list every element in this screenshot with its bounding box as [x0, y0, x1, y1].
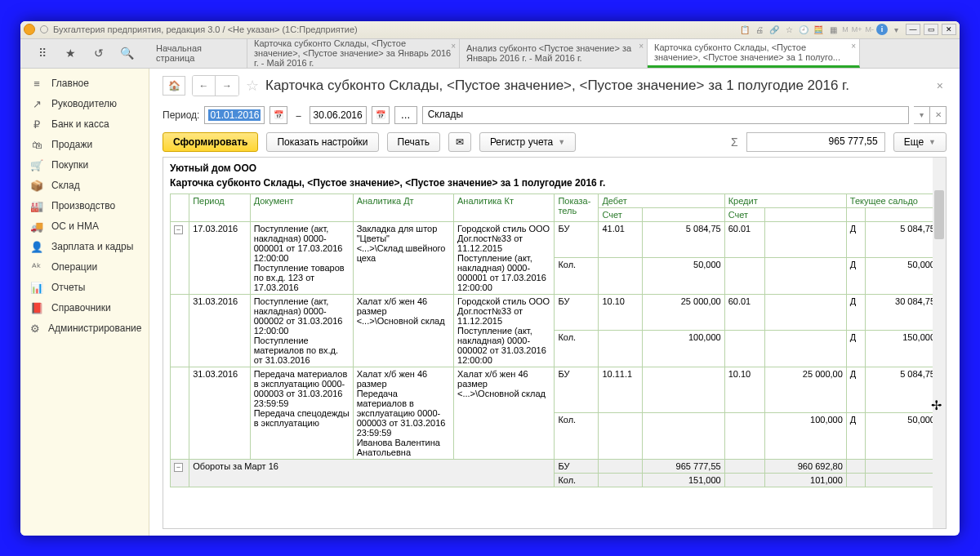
tb-link-icon[interactable]: 🔗 — [768, 23, 781, 36]
sidebar-label: ОС и НМА — [51, 220, 99, 232]
email-button[interactable]: ✉ — [448, 132, 471, 152]
col-period: Период — [189, 193, 251, 221]
col-an-kt: Аналитика Кт — [454, 193, 555, 221]
sidebar-item-10[interactable]: 📊Отчеты — [20, 278, 149, 298]
sidebar-icon: ₽ — [30, 118, 43, 131]
totals-row[interactable]: −Обороты за Март 16БУ965 777,55960 692,8… — [171, 459, 939, 473]
print-button[interactable]: Печать — [387, 132, 440, 152]
tab-start[interactable]: Начальная страница — [149, 39, 247, 68]
history-icon[interactable]: ↺ — [91, 45, 107, 61]
tab-card1[interactable]: Карточка субконто Склады, <Пустое значен… — [247, 39, 460, 68]
collapse-icon[interactable]: − — [174, 225, 183, 234]
col-pokaz: Показа- тель — [555, 193, 599, 221]
tab-card2[interactable]: Карточка субконто Склады, <Пустое значен… — [648, 39, 860, 68]
scroll-thumb[interactable] — [934, 190, 944, 239]
apps-icon[interactable]: ⠿ — [34, 45, 51, 61]
maximize-button[interactable]: ▭ — [924, 24, 938, 35]
subkonto-clear-button[interactable]: ✕ — [930, 106, 947, 124]
more-button[interactable]: Еще▼ — [893, 132, 947, 152]
sidebar-item-7[interactable]: 🚚ОС и НМА — [20, 216, 149, 237]
table-row[interactable]: −17.03.2016Поступление (акт, накладная) … — [171, 221, 939, 258]
sidebar-label: Администрирование — [48, 322, 141, 334]
tb-clock-icon[interactable]: 🕘 — [797, 23, 810, 36]
subkonto-select-button[interactable]: ▾ — [914, 106, 930, 124]
back-button[interactable]: ← — [193, 76, 216, 96]
report-table: Период Документ Аналитика Дт Аналитика К… — [170, 193, 939, 487]
sidebar-icon: 🏭 — [30, 200, 43, 212]
period-picker-button[interactable]: ... — [394, 106, 417, 124]
forward-button[interactable]: → — [216, 76, 238, 96]
sidebar-item-11[interactable]: 📕Справочники — [20, 298, 149, 318]
col-credit: Кредит — [724, 193, 846, 207]
report-title: Карточка субконто Склады, <Пустое значен… — [170, 176, 939, 193]
sidebar-label: Банк и касса — [51, 118, 109, 130]
minimize-button[interactable]: — — [906, 24, 920, 35]
org-name: Уютный дом ООО — [170, 161, 939, 176]
close-window-button[interactable]: ✕ — [942, 24, 956, 35]
sidebar-label: Справочники — [51, 302, 111, 314]
tab-analysis[interactable]: Анализ субконто <Пустое значение> за Янв… — [460, 39, 648, 68]
col-doc: Документ — [250, 193, 353, 221]
mem-mminus[interactable]: M- — [866, 25, 875, 33]
sidebar-icon: ≡ — [30, 78, 43, 90]
subkonto-input[interactable]: Склады — [422, 106, 909, 124]
titlebar: Бухгалтерия предприятия, редакция 3.0 / … — [20, 21, 960, 39]
search-icon[interactable]: 🔍 — [119, 45, 136, 61]
table-row[interactable]: 31.03.2016Передача материалов в эксплуат… — [171, 367, 939, 413]
date-from-input[interactable]: 01.01.2016 — [204, 106, 265, 124]
dropdown-icon[interactable]: ▾ — [889, 23, 902, 36]
tab-close-icon[interactable]: × — [451, 42, 456, 51]
sidebar-icon: ᴬᵏ — [30, 261, 43, 274]
sidebar-item-12[interactable]: ⚙Администрирование — [20, 318, 149, 339]
table-row[interactable]: 31.03.2016Поступление (акт, накладная) 0… — [171, 294, 939, 331]
sidebar-item-2[interactable]: ₽Банк и касса — [20, 114, 149, 135]
sidebar-item-4[interactable]: 🛒Покупки — [20, 155, 149, 176]
tab-label: Анализ субконто <Пустое значение> за Янв… — [466, 43, 640, 63]
tab-close-icon[interactable]: × — [851, 42, 856, 51]
close-page-button[interactable]: × — [933, 76, 947, 96]
home-button[interactable]: 🏠 — [163, 76, 185, 96]
mem-mplus[interactable]: M+ — [852, 25, 862, 33]
vertical-scrollbar[interactable] — [933, 158, 946, 528]
tb-print-icon[interactable]: 🖨 — [753, 23, 766, 36]
tabs-bar: ⠿ ★ ↺ 🔍 Начальная страница Карточка субк… — [20, 39, 960, 69]
col-debet: Дебет — [599, 193, 724, 207]
tab-label: Начальная страница — [156, 43, 240, 63]
tb-calc-icon[interactable]: 📋 — [738, 23, 751, 36]
tb-calc2-icon[interactable]: 🧮 — [812, 23, 825, 36]
sidebar-label: Операции — [51, 261, 97, 273]
sum-display: 965 777,55 — [746, 132, 885, 152]
collapse-icon[interactable]: − — [174, 463, 183, 472]
sidebar-icon: 🛒 — [30, 159, 43, 171]
sidebar-icon: ↗ — [30, 98, 43, 110]
info-icon[interactable]: i — [876, 24, 888, 35]
calendar-from-button[interactable]: 📅 — [270, 106, 287, 124]
sidebar-icon: 👤 — [30, 241, 43, 253]
form-button[interactable]: Сформировать — [163, 132, 258, 152]
sidebar-label: Продажи — [51, 139, 92, 150]
calendar-to-button[interactable]: 📅 — [372, 106, 390, 124]
register-button[interactable]: Регистр учета▼ — [479, 132, 576, 152]
sidebar-label: Зарплата и кадры — [51, 241, 133, 252]
nav-circle[interactable] — [40, 25, 48, 33]
sidebar-item-9[interactable]: ᴬᵏОперации — [20, 257, 149, 278]
sidebar-item-1[interactable]: ↗Руководителю — [20, 94, 149, 114]
sidebar-item-6[interactable]: 🏭Производство — [20, 196, 149, 216]
star-nav-icon[interactable]: ★ — [63, 45, 79, 61]
sidebar-item-3[interactable]: 🛍Продажи — [20, 135, 149, 155]
sidebar-icon: ⚙ — [30, 322, 40, 335]
tb-grid-icon[interactable]: ▦ — [826, 23, 840, 36]
sidebar-item-5[interactable]: 📦Склад — [20, 176, 149, 196]
sidebar-item-0[interactable]: ≡Главное — [20, 73, 149, 94]
mem-m[interactable]: M — [842, 25, 849, 33]
sidebar-item-8[interactable]: 👤Зарплата и кадры — [20, 237, 149, 257]
sidebar-label: Покупки — [51, 159, 88, 171]
tb-star-icon[interactable]: ☆ — [782, 23, 795, 36]
show-settings-button[interactable]: Показать настройки — [266, 132, 378, 152]
favorite-star-icon[interactable]: ☆ — [246, 77, 259, 95]
sidebar-icon: 📕 — [30, 302, 43, 314]
sidebar-label: Склад — [51, 180, 80, 191]
sidebar-label: Главное — [51, 78, 89, 89]
date-to-input[interactable]: 30.06.2016 — [310, 106, 367, 124]
tab-close-icon[interactable]: × — [639, 42, 644, 51]
